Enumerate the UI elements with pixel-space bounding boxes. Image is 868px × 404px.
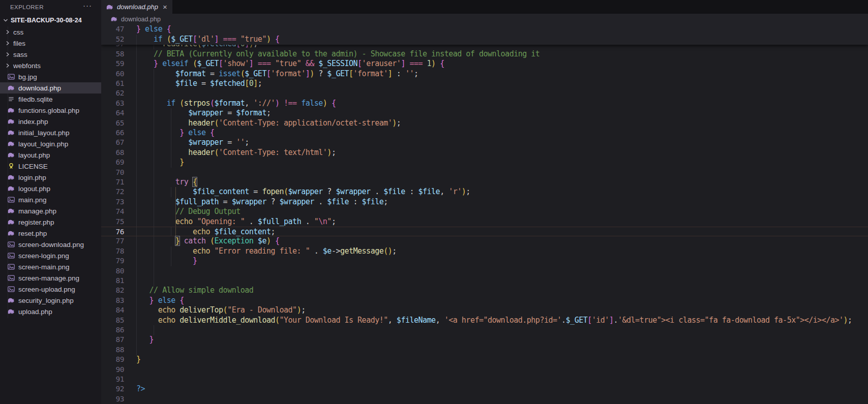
code-line-66[interactable]: 66} else { xyxy=(101,128,868,138)
code-line-68[interactable]: 68header('Content-Type: text/html'); xyxy=(101,148,868,158)
code-line-90[interactable]: 90 xyxy=(101,365,868,375)
sidebar-item-filedb-sqlite[interactable]: filedb.sqlite xyxy=(0,94,101,105)
code-line-69[interactable]: 69} xyxy=(101,158,868,168)
code-line-83[interactable]: 83} else { xyxy=(101,296,868,306)
indent-guide xyxy=(136,227,137,236)
code-line-85[interactable]: 85echo deliverMiddle_download("Your Down… xyxy=(101,316,868,326)
code-content: echo "Opening: " . $full_path . "\n"; xyxy=(136,217,336,226)
code-line-70[interactable]: 70 xyxy=(101,168,868,178)
explorer-actions-button[interactable]: ··· xyxy=(83,1,92,10)
sidebar-item-register-php[interactable]: register.php xyxy=(0,216,101,228)
sidebar-item-initial-layout-php[interactable]: initial_layout.php xyxy=(0,127,101,138)
code-line-73[interactable]: 73$full_path = $wrapper ? $wrapper . $fi… xyxy=(101,197,868,207)
code-content: } catch (Exception $e) { xyxy=(136,236,280,245)
code-line-78[interactable]: 78echo "Error reading file: " . $e->getM… xyxy=(101,246,868,257)
breadcrumb-item[interactable]: download.php xyxy=(121,16,161,23)
line-number: 77 xyxy=(101,236,124,246)
indent-guide xyxy=(136,197,137,207)
code-line-89[interactable]: 89} xyxy=(101,355,868,365)
sidebar-item-main-png[interactable]: main.png xyxy=(0,194,101,205)
code-line-71[interactable]: 71try { xyxy=(101,177,868,188)
code-line-88[interactable]: 88 xyxy=(101,345,868,355)
code-token: $_GET xyxy=(566,316,588,325)
sidebar-item-layout-php[interactable]: layout.php xyxy=(0,149,101,161)
file-label: layout_login.php xyxy=(18,140,68,148)
sidebar-item-layout-login-php[interactable]: layout_login.php xyxy=(0,138,101,149)
sidebar-item-files[interactable]: files xyxy=(0,38,101,49)
code-line-81[interactable]: 81 xyxy=(101,276,868,286)
sidebar-item-screen-manage-png[interactable]: screen-manage.png xyxy=(0,272,101,284)
sidebar-item-security-login-php[interactable]: security_login.php xyxy=(0,295,101,306)
indent-guide xyxy=(154,168,154,178)
code-line-65[interactable]: 65header('Content-Type: application/octe… xyxy=(101,118,868,129)
sticky-line-52[interactable]: 52if ($_GET['dl'] === "true") { xyxy=(101,35,868,45)
sticky-line-47[interactable]: 47} else { xyxy=(101,24,868,35)
sidebar-item-license[interactable]: LICENSE xyxy=(0,161,101,172)
file-label: register.php xyxy=(18,219,54,226)
project-root-item[interactable]: SITE-BACKUP-30-08-24 xyxy=(0,14,101,26)
code-line-92[interactable]: 92?> xyxy=(101,384,868,394)
code-line-61[interactable]: 61$file = $fetched[0]; xyxy=(101,79,868,89)
code-line-60[interactable]: 60$format = isset($_GET['format']) ? $_G… xyxy=(101,69,868,79)
php-file-icon xyxy=(7,129,15,137)
sidebar-item-sass[interactable]: sass xyxy=(0,49,101,60)
indent-guide xyxy=(154,236,154,246)
code-line-87[interactable]: 87} xyxy=(101,335,868,345)
sidebar-item-functions-global-php[interactable]: functions.global.php xyxy=(0,105,101,116)
sidebar-item-bg-jpg[interactable]: bg.jpg xyxy=(0,71,101,82)
code-line-58[interactable]: 58// BETA (Currently only available to t… xyxy=(101,49,868,59)
sidebar-item-login-php[interactable]: login.php xyxy=(0,172,101,183)
sidebar-item-manage-php[interactable]: manage.php xyxy=(0,205,101,216)
code-line-86[interactable]: 86 xyxy=(101,325,868,335)
code-line-82[interactable]: 82// Allow simple download xyxy=(101,286,868,296)
code-token xyxy=(188,59,193,68)
code-content: $wrapper = $format; xyxy=(136,108,271,117)
sidebar-item-upload-php[interactable]: upload.php xyxy=(0,306,101,317)
code-token: [ xyxy=(219,59,223,68)
code-line-74[interactable]: 74// Debug Output xyxy=(101,207,868,217)
code-line-75[interactable]: 75echo "Opening: " . $full_path . "\n"; xyxy=(101,217,868,227)
code-token: fopen xyxy=(262,187,284,196)
code-token: '<a href="download.php?id=' xyxy=(444,316,561,325)
code-token: $_GET xyxy=(327,69,349,78)
code-token: ; xyxy=(383,197,388,206)
code-token xyxy=(154,296,158,305)
sidebar-item-logout-php[interactable]: logout.php xyxy=(0,183,101,194)
code-line-84[interactable]: 84echo deliverTop("Era - Download"); xyxy=(101,305,868,316)
code-content: header('Content-Type: text/html'); xyxy=(136,148,336,157)
code-line-72[interactable]: 72$file_content = fopen($wrapper ? $wrap… xyxy=(101,187,868,197)
code-line-63[interactable]: 63if (strpos($format, '://') !== false) … xyxy=(101,99,868,109)
indent-guide xyxy=(136,88,137,99)
tab-label: download.php xyxy=(117,3,158,11)
sidebar-item-css[interactable]: css xyxy=(0,26,101,38)
code-token: $wrapper xyxy=(280,197,314,206)
code-line-77[interactable]: 77} catch (Exception $e) { xyxy=(101,236,868,246)
code-line-93[interactable]: 93 xyxy=(101,394,868,404)
code-line-91[interactable]: 91 xyxy=(101,375,868,385)
tab-download-php[interactable]: download.php × xyxy=(101,0,172,14)
sidebar-item-reset-php[interactable]: reset.php xyxy=(0,228,101,239)
code-editor[interactable]: 57readfile($fetched[0]);58// BETA (Curre… xyxy=(101,24,868,404)
code-line-64[interactable]: 64$wrapper = $format; xyxy=(101,108,868,118)
sidebar-item-download-php[interactable]: download.php xyxy=(0,82,101,94)
php-file-icon xyxy=(110,15,118,23)
bracket-scope-guide xyxy=(175,207,176,217)
file-label: sass xyxy=(13,51,27,58)
code-line-80[interactable]: 80 xyxy=(101,266,868,276)
code-line-76[interactable]: 76echo $file_content; xyxy=(101,227,868,236)
code-line-59[interactable]: 59} elseif ($_GET['show'] === "true" && … xyxy=(101,59,868,69)
code-content: } xyxy=(136,335,154,344)
sidebar-item-screen-main-png[interactable]: screen-main.png xyxy=(0,261,101,272)
sidebar-item-screen-download-png[interactable]: screen-download.png xyxy=(0,239,101,250)
code-token: echo xyxy=(175,217,193,226)
code-line-79[interactable]: 79} xyxy=(101,256,868,266)
code-line-67[interactable]: 67$wrapper = ''; xyxy=(101,138,868,148)
sidebar-item-screen-login-png[interactable]: screen-login.png xyxy=(0,250,101,261)
tab-close-icon[interactable]: × xyxy=(163,3,167,11)
line-number: 63 xyxy=(101,99,124,108)
code-line-62[interactable]: 62 xyxy=(101,88,868,99)
sidebar-item-screen-upload-png[interactable]: screen-upload.png xyxy=(0,284,101,295)
sidebar-item-index-php[interactable]: index.php xyxy=(0,116,101,127)
code-token: catch xyxy=(184,236,206,245)
sidebar-item-webfonts[interactable]: webfonts xyxy=(0,60,101,71)
